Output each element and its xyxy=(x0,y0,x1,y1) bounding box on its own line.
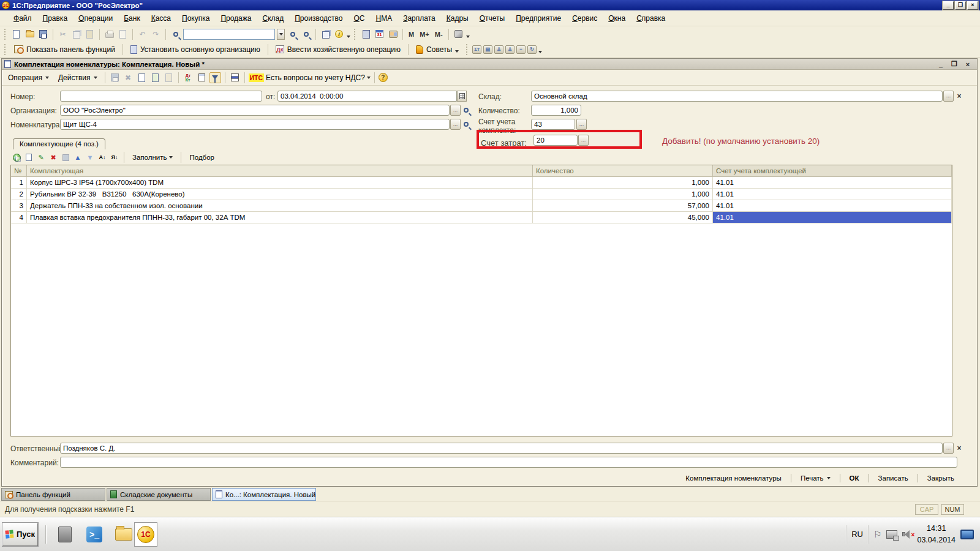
quantity-input[interactable] xyxy=(531,105,581,116)
date-picker-button[interactable] xyxy=(457,91,467,102)
redo-icon[interactable]: ↷ xyxy=(150,29,162,40)
copy-row-icon[interactable] xyxy=(24,152,34,162)
mdi-tab-function-panel[interactable]: Панель функций xyxy=(1,488,105,501)
info-icon[interactable]: i xyxy=(333,29,345,40)
menu-production[interactable]: Производство xyxy=(290,12,347,24)
menu-bank[interactable]: Банк xyxy=(119,12,145,24)
responsible-select-button[interactable]: ... xyxy=(943,443,954,454)
row-component[interactable]: Корпус ШРС-3 IP54 (1700x700x400) TDM xyxy=(27,177,533,189)
kit-account-select-button[interactable]: ... xyxy=(576,119,587,130)
sort-asc-icon[interactable]: А↓ xyxy=(97,152,107,162)
menu-cash[interactable]: Касса xyxy=(146,12,176,24)
table-row[interactable]: 4 Плавкая вставка предохранителя ППНН-33… xyxy=(11,212,952,223)
move-up-icon[interactable]: ▲ xyxy=(73,152,83,162)
show-desktop-icon[interactable] xyxy=(960,530,974,539)
print-icon[interactable] xyxy=(104,29,115,40)
row-component[interactable]: Плавкая вставка предохранителя ППНН-33, … xyxy=(27,212,533,223)
warehouse-select-button[interactable]: ... xyxy=(943,91,954,102)
window-minimize-button[interactable]: _ xyxy=(943,1,954,10)
end-edit-icon[interactable] xyxy=(61,152,70,162)
operation-menu-button[interactable]: Операция xyxy=(4,72,53,84)
calendar-icon[interactable]: 31 xyxy=(374,29,385,40)
tab-components[interactable]: Комплектующие (4 поз.) xyxy=(13,138,105,149)
nomenclature-input[interactable] xyxy=(60,119,450,130)
doc-minimize-button[interactable]: _ xyxy=(934,61,948,68)
warehouse-input[interactable] xyxy=(531,91,943,102)
employee2-icon[interactable]: ♙ xyxy=(505,45,514,54)
menu-purchase[interactable]: Покупка xyxy=(177,12,214,24)
nomenclature-open-button[interactable] xyxy=(461,119,471,130)
dt-kt-postings-icon[interactable]: ДтКт xyxy=(183,72,194,83)
nomenclature-select-button[interactable]: ... xyxy=(450,119,461,130)
row-structure-icon[interactable] xyxy=(229,72,241,83)
window-restore-button[interactable]: ❐ xyxy=(955,1,966,10)
row-account[interactable]: 41.01 xyxy=(713,200,952,212)
enter-operation-button[interactable]: Дк Ввести хозяйственную операцию xyxy=(272,44,404,55)
row-component[interactable]: Рубильник ВР 32-39 В31250 630А(Коренево) xyxy=(27,189,533,200)
menu-operations[interactable]: Операции xyxy=(74,12,118,24)
organization-select-button[interactable]: ... xyxy=(450,105,461,116)
save-icon[interactable] xyxy=(37,29,49,40)
date-input[interactable] xyxy=(277,91,457,102)
menu-warehouse[interactable]: Склад xyxy=(257,12,288,24)
copy-document-icon[interactable] xyxy=(136,72,148,83)
delete-row-icon[interactable]: ✖ xyxy=(48,152,58,162)
menu-service[interactable]: Сервис xyxy=(567,12,602,24)
its-question-link[interactable]: Есть вопросы по учету НДС? xyxy=(266,73,365,82)
tools-icon[interactable] xyxy=(453,29,464,40)
pick-button[interactable]: Подбор xyxy=(186,152,218,162)
calculator-icon[interactable] xyxy=(360,29,372,40)
zoom-in-icon[interactable] xyxy=(287,29,298,40)
more-tools-dropdown-icon[interactable] xyxy=(538,51,542,53)
explorer-shortcut[interactable] xyxy=(113,524,134,545)
col-header-component[interactable]: Комплектующая xyxy=(27,165,533,177)
tips-button[interactable]: Советы xyxy=(412,44,462,55)
employee-icon[interactable]: ♙ xyxy=(494,45,503,54)
post-document-icon[interactable] xyxy=(109,72,121,83)
row-account[interactable]: 41.01 xyxy=(713,189,952,200)
search-dropdown-button[interactable] xyxy=(277,29,285,40)
system-tools-shortcut[interactable] xyxy=(55,524,75,545)
row-quantity[interactable]: 1,000 xyxy=(533,189,713,200)
col-header-quantity[interactable]: Количество xyxy=(533,165,713,177)
volume-muted-icon[interactable]: × xyxy=(902,530,912,539)
copy-icon[interactable] xyxy=(70,29,82,40)
write-button[interactable]: Записать xyxy=(873,473,914,484)
menu-enterprise[interactable]: Предприятие xyxy=(511,12,566,24)
set-main-organization-button[interactable]: Установить основную организацию xyxy=(127,44,264,55)
organization-input[interactable] xyxy=(60,105,450,116)
move-down-icon[interactable]: ▼ xyxy=(85,152,95,162)
doc-restore-button[interactable]: ❐ xyxy=(948,60,961,68)
search-icon[interactable] xyxy=(170,29,181,40)
new-document-icon[interactable] xyxy=(10,29,22,40)
document-t-icon[interactable]: ≡ xyxy=(516,45,526,54)
menu-nma[interactable]: НМА xyxy=(371,12,397,24)
mdi-tab-warehouse-documents[interactable]: Складские документы xyxy=(107,488,211,501)
memory-m-plus-button[interactable]: M+ xyxy=(418,31,431,38)
its-dropdown-icon[interactable] xyxy=(367,77,371,79)
paste-icon[interactable] xyxy=(84,29,96,40)
flag-tray-icon[interactable]: ⚐ xyxy=(873,529,881,540)
row-account-selected[interactable]: 41.01 xyxy=(713,212,952,223)
memory-m-button[interactable]: M xyxy=(407,31,416,38)
table-settings-icon[interactable]: ▤ xyxy=(483,45,492,54)
row-account[interactable]: 41.01 xyxy=(713,177,952,189)
language-indicator[interactable]: RU xyxy=(851,530,863,539)
zoom-out-icon[interactable] xyxy=(300,29,312,40)
organization-open-button[interactable] xyxy=(461,105,471,116)
network-tray-icon[interactable] xyxy=(886,530,897,539)
menu-salary[interactable]: Зарплата xyxy=(398,12,440,24)
warehouse-clear-button[interactable]: × xyxy=(955,92,963,100)
global-search-input[interactable] xyxy=(183,29,275,40)
col-header-num[interactable]: № xyxy=(11,165,27,177)
help-icon[interactable]: ? xyxy=(379,73,388,82)
row-quantity[interactable]: 57,000 xyxy=(533,200,713,212)
fill-menu-button[interactable]: Заполнить xyxy=(129,152,176,162)
menu-help[interactable]: Справка xyxy=(631,12,670,24)
powershell-shortcut[interactable]: >_ xyxy=(84,524,105,545)
mdi-tab-kit-document[interactable]: Ко...: Комплектация. Новый * xyxy=(212,488,316,501)
undo-icon[interactable]: ↶ xyxy=(137,29,148,40)
menu-windows[interactable]: Окна xyxy=(603,12,630,24)
fill-document-icon[interactable] xyxy=(149,72,161,83)
actions-menu-button[interactable]: Действия xyxy=(55,72,101,84)
